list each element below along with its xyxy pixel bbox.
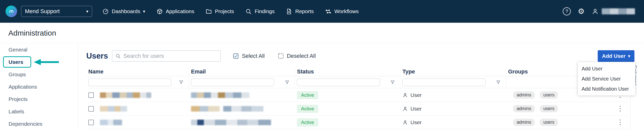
nav-item-applications[interactable]: Applications xyxy=(156,8,194,15)
email-cell xyxy=(189,120,295,125)
type-label: User xyxy=(410,92,422,98)
reports-document-icon xyxy=(286,8,292,15)
nav-item-reports[interactable]: Reports xyxy=(286,8,314,15)
group-chip: users xyxy=(540,119,558,126)
filter-funnel-icon[interactable] xyxy=(496,80,501,85)
users-panel: Users Select All xyxy=(78,43,644,130)
row-checkbox[interactable] xyxy=(88,120,94,125)
user-menu[interactable] xyxy=(592,8,635,15)
redacted-email xyxy=(191,120,271,125)
column-header-email[interactable]: Email xyxy=(189,67,295,76)
redacted-email xyxy=(191,92,249,98)
redacted-email xyxy=(191,106,220,112)
filter-input-type[interactable] xyxy=(402,79,485,86)
status-cell: Active xyxy=(295,118,400,126)
filter-input-status[interactable] xyxy=(297,79,380,86)
status-badge: Active xyxy=(297,118,318,126)
applications-cube-icon xyxy=(156,8,163,15)
status-cell: Active xyxy=(295,105,400,113)
row-actions-menu-icon[interactable]: ⋮ xyxy=(612,119,628,126)
help-icon[interactable]: ? xyxy=(563,7,571,15)
nav-item-workflows[interactable]: Workflows xyxy=(325,8,359,15)
group-chip: admins xyxy=(513,119,535,126)
row-actions-menu-icon[interactable]: ⋮ xyxy=(612,105,628,112)
nav-item-label: Workflows xyxy=(334,8,359,14)
page-title-bar: Administration xyxy=(0,23,644,43)
gear-icon[interactable]: ⚙ xyxy=(578,8,585,15)
avatar-person-icon xyxy=(592,8,599,15)
menu-item-add-service-user[interactable]: Add Service User xyxy=(578,74,635,84)
gear-glyph: ⚙ xyxy=(578,7,585,15)
table-row: Active User admins users ⋮ xyxy=(86,88,628,102)
org-selector[interactable]: Mend Support ▾ xyxy=(21,6,92,17)
workflows-icon xyxy=(325,8,332,15)
filter-cell-type xyxy=(400,76,506,88)
mend-logo[interactable] xyxy=(6,6,17,17)
sidebar-item-applications[interactable]: Applications xyxy=(0,81,78,93)
nav-item-label: Dashboards xyxy=(112,8,140,14)
row-checkbox[interactable] xyxy=(88,92,94,98)
redacted-email xyxy=(223,106,263,112)
filter-funnel-icon[interactable] xyxy=(285,80,290,85)
sidebar-item-label: Applications xyxy=(9,84,37,90)
filter-input-email[interactable] xyxy=(191,79,274,86)
groups-cell: admins users xyxy=(506,105,612,112)
type-cell: User xyxy=(400,92,506,98)
deselect-all-label: Deselect All xyxy=(287,53,316,59)
group-chip: users xyxy=(540,105,558,112)
sidebar-item-labels[interactable]: Labels xyxy=(0,105,78,118)
navbar-right: ? ⚙ xyxy=(563,7,635,15)
redacted-name xyxy=(100,106,127,112)
sidebar-item-general[interactable]: General xyxy=(0,43,78,56)
status-cell: Active xyxy=(295,91,400,99)
table-header-row: Name Email Status Type Groups xyxy=(86,67,628,76)
chevron-down-icon: ▾ xyxy=(86,9,88,14)
nav-item-findings[interactable]: Findings xyxy=(245,8,275,15)
add-user-button[interactable]: Add User ▾ xyxy=(598,50,634,62)
filter-funnel-icon[interactable] xyxy=(390,80,395,85)
deselect-all-control[interactable]: Deselect All xyxy=(278,53,316,59)
nav-item-dashboards[interactable]: Dashboards ▾ xyxy=(102,8,145,15)
redacted-name xyxy=(100,92,151,98)
top-navbar: Mend Support ▾ Dashboards ▾ Applications xyxy=(0,0,644,23)
menu-item-add-user[interactable]: Add User xyxy=(578,64,635,74)
user-person-icon xyxy=(402,106,408,112)
page-title: Administration xyxy=(8,29,56,37)
filter-funnel-icon[interactable] xyxy=(179,80,184,85)
column-header-status[interactable]: Status xyxy=(295,67,400,76)
sidebar-item-projects[interactable]: Projects xyxy=(0,93,78,105)
chevron-down-icon: ▾ xyxy=(628,54,630,58)
type-cell: User xyxy=(400,119,506,125)
sidebar-item-dependencies[interactable]: Dependencies xyxy=(0,118,78,130)
add-user-dropdown-menu: Add User Add Service User Add Notificati… xyxy=(578,62,635,95)
redacted-name xyxy=(100,120,122,125)
filter-input-name[interactable] xyxy=(88,79,171,86)
row-checkbox[interactable] xyxy=(88,106,94,112)
sidebar-item-groups[interactable]: Groups xyxy=(0,68,78,81)
select-all-control[interactable]: Select All xyxy=(233,53,265,59)
nav-item-projects[interactable]: Projects xyxy=(205,8,234,15)
dashboard-gauge-icon xyxy=(102,8,109,15)
search-icon xyxy=(115,53,121,59)
type-label: User xyxy=(410,119,422,125)
menu-item-add-notification-user[interactable]: Add Notification User xyxy=(578,84,635,94)
group-chip: admins xyxy=(513,105,535,112)
sidebar-item-users[interactable]: Users xyxy=(0,56,78,68)
filter-cell-name xyxy=(86,76,189,88)
email-cell xyxy=(189,106,295,112)
status-badge: Active xyxy=(297,105,318,113)
column-header-name[interactable]: Name xyxy=(86,67,189,76)
admin-sidebar: General Users Groups Applications Projec… xyxy=(0,43,78,130)
groups-cell: admins users xyxy=(506,119,612,126)
user-search xyxy=(112,50,221,62)
column-header-type[interactable]: Type xyxy=(400,67,506,76)
add-user-button-label: Add User xyxy=(602,53,625,59)
filter-cell-email xyxy=(189,76,295,88)
nav-item-label: Reports xyxy=(295,8,314,14)
search-input[interactable] xyxy=(123,53,217,59)
table-filter-row xyxy=(86,76,628,88)
user-person-icon xyxy=(402,120,408,125)
users-table: Name Email Status Type Groups xyxy=(86,67,628,129)
email-cell xyxy=(189,92,295,98)
table-row: Active User admins users ⋮ xyxy=(86,102,628,116)
